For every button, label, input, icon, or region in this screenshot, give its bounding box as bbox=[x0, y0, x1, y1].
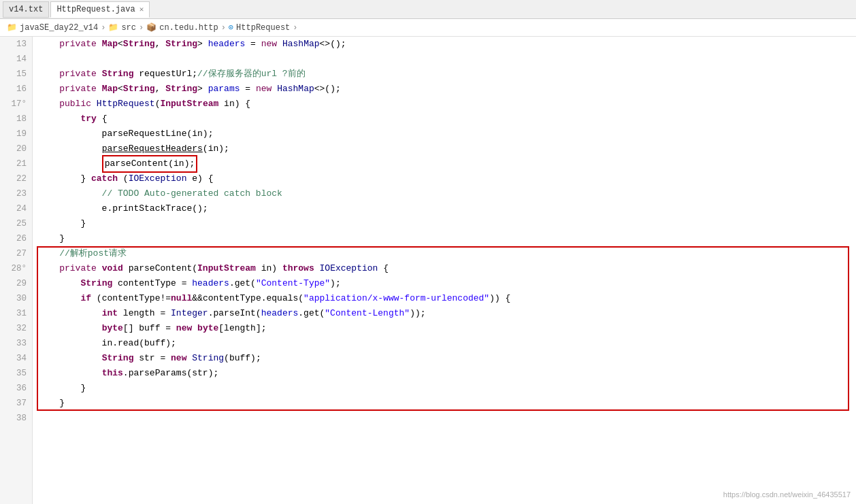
code-line-17: public HttpRequest(InputStream in) { bbox=[38, 97, 856, 112]
code-line-16: private Map<String, String> params = new… bbox=[38, 82, 856, 97]
inline-highlight-box: parseContent(in); bbox=[102, 155, 198, 173]
code-line-34: String str = new String(buff); bbox=[38, 351, 856, 366]
src-icon: 📁 bbox=[108, 22, 118, 33]
folder-icon: 📁 bbox=[7, 22, 17, 33]
code-line-38 bbox=[38, 411, 856, 426]
code-line-13: private Map<String, String> headers = ne… bbox=[38, 37, 856, 52]
breadcrumb: 📁 javaSE_day22_v14 › 📁 src › 📦 cn.tedu.h… bbox=[0, 19, 856, 37]
code-line-30: if (contentType!=null&&contentType.equal… bbox=[38, 291, 856, 306]
code-line-32: byte[] buff = new byte[length]; bbox=[38, 321, 856, 336]
line-numbers: 13 14 15 16 17° 18 19 20 21 22 23 24 25 … bbox=[0, 37, 33, 504]
code-line-24: e.printStackTrace(); bbox=[38, 201, 856, 216]
code-line-26: } bbox=[38, 231, 856, 246]
code-line-19: parseRequestLine(in); bbox=[38, 127, 856, 141]
code-line-36: } bbox=[38, 381, 856, 396]
code-area: 13 14 15 16 17° 18 19 20 21 22 23 24 25 … bbox=[0, 37, 856, 504]
breadcrumb-pkg: cn.tedu.http bbox=[159, 23, 218, 33]
tab-httprequest-label: HttpRequest.java bbox=[56, 5, 135, 14]
class-icon: ⊙ bbox=[229, 22, 233, 33]
code-line-28: private void parseContent(InputStream in… bbox=[38, 261, 856, 276]
tab-v14[interactable]: v14.txt bbox=[3, 1, 49, 18]
code-line-33: in.read(buff); bbox=[38, 336, 856, 351]
code-line-25: } bbox=[38, 216, 856, 231]
code-line-27: //解析post请求 bbox=[38, 246, 856, 261]
code-line-21: parseContent(in); bbox=[38, 156, 856, 171]
code-line-15: private String requestUrl;//保存服务器的url ?前… bbox=[38, 67, 856, 82]
code-line-20: parseRequestHeaders(in); bbox=[38, 141, 856, 156]
pkg-icon: 📦 bbox=[146, 22, 157, 33]
tab-bar: v14.txt HttpRequest.java ✕ bbox=[0, 0, 856, 19]
breadcrumb-class: HttpRequest bbox=[236, 23, 290, 33]
code-line-37: } bbox=[38, 396, 856, 411]
code-line-31: int length = Integer.parseInt(headers.ge… bbox=[38, 306, 856, 321]
code-line-18: try { bbox=[38, 112, 856, 127]
breadcrumb-src: src bbox=[121, 23, 136, 33]
tab-httprequest[interactable]: HttpRequest.java ✕ bbox=[50, 1, 150, 18]
code-line-35: this.parseParams(str); bbox=[38, 366, 856, 381]
code-line-14 bbox=[38, 52, 856, 67]
code-content[interactable]: private Map<String, String> headers = ne… bbox=[33, 37, 856, 504]
tab-v14-label: v14.txt bbox=[9, 5, 43, 14]
code-line-22: } catch (IOException e) { bbox=[38, 171, 856, 186]
close-icon[interactable]: ✕ bbox=[139, 5, 144, 14]
watermark: https://blog.csdn.net/weixin_46435517 bbox=[723, 490, 851, 499]
code-line-23: // TODO Auto-generated catch block bbox=[38, 186, 856, 201]
code-line-29: String contentType = headers.get("Conten… bbox=[38, 276, 856, 291]
breadcrumb-project: javaSE_day22_v14 bbox=[20, 23, 98, 33]
